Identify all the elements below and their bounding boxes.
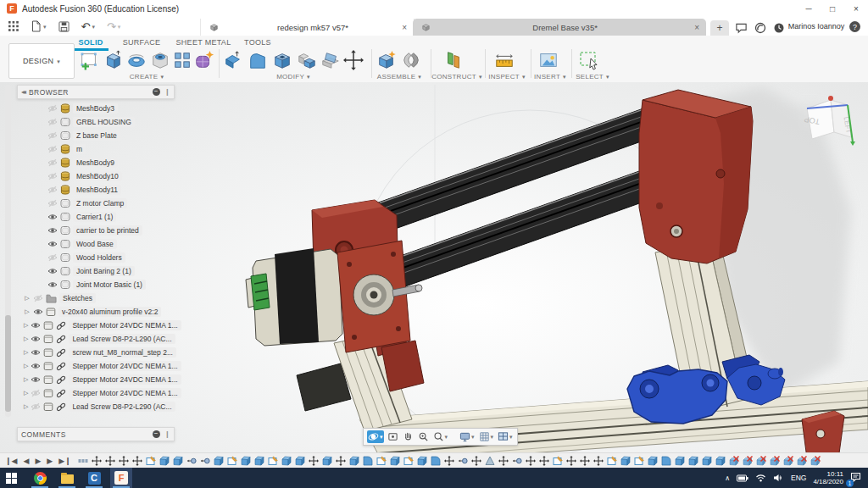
timeline-feature-move[interactable] [444,456,454,466]
timeline-feature-move[interactable] [539,456,549,466]
pan-icon[interactable] [402,430,415,443]
tab-surface[interactable]: SURFACE [117,36,166,48]
group-assemble[interactable]: ASSEMBLE▾ [371,73,427,80]
browser-item[interactable]: ▷Lead Screw D8-P2-L290 (AC... [17,332,175,346]
browser-item-label[interactable]: Carrier1 (1) [73,212,116,222]
group-modify[interactable]: MODIFY▾ [222,73,364,80]
file-menu-icon[interactable]: ▾ [31,20,47,32]
browser-item-label[interactable]: Z base Plate [73,130,120,141]
browser-item[interactable]: MeshBody3 [17,102,175,115]
group-select[interactable]: SELECT▾ [571,73,614,80]
timeline-go-start-icon[interactable]: ❙◀ [5,458,17,465]
timeline-feature-move[interactable] [105,456,115,466]
browser-item[interactable]: MeshBody10 [17,169,175,183]
browser-scrollbar-thumb[interactable] [5,315,11,412]
expand-triangle-icon[interactable]: ▷ [24,390,28,396]
tab-close-icon[interactable]: × [694,23,699,32]
timeline-feature-move[interactable] [92,456,102,466]
timeline-feature-move[interactable] [132,456,142,466]
timeline-feature-suppressed[interactable] [797,456,807,466]
browser-item-label[interactable]: Lead Screw D8-P2-L290 (AC... [69,402,175,412]
timeline-feature-sketch[interactable] [634,456,644,466]
visibility-off-icon[interactable] [47,172,58,180]
browser-item-label[interactable]: Joint Motor Basic (1) [73,280,146,290]
start-button[interactable] [0,468,22,488]
browser-item[interactable]: ▷Lead Screw D8-P2-L290 (AC... [17,400,175,413]
expand-triangle-icon[interactable]: ▷ [24,403,28,410]
timeline-feature-extrude[interactable] [702,456,712,466]
browser-item-label[interactable]: MeshBody10 [73,171,122,181]
timeline-feature-extrude[interactable] [159,456,170,466]
visibility-off-icon[interactable] [33,294,43,302]
timeline-feature-fillet[interactable] [363,456,373,466]
group-insert[interactable]: INSERT▾ [531,73,570,80]
visibility-on-icon[interactable] [33,308,43,316]
fit-icon[interactable]: ▾ [432,430,449,443]
expand-triangle-icon[interactable]: ▷ [24,363,28,369]
browser-item[interactable]: carrier to be printed [17,224,175,237]
browser-item-label[interactable]: Wood Base [73,239,117,249]
timeline-go-end-icon[interactable]: ▶❙ [58,458,70,465]
visibility-off-icon[interactable] [47,158,58,167]
browser-item-label[interactable]: Stepper Motor 24VDC NEMA 1... [69,388,181,398]
timeline-feature-extrude[interactable] [390,456,400,466]
battery-icon[interactable] [737,470,748,485]
top-rails[interactable] [359,99,680,299]
timeline-feature-extrude[interactable] [715,456,726,466]
browser-item[interactable]: Joint Baring 2 (1) [17,264,175,278]
browser-item-label[interactable]: MeshBody3 [73,103,118,114]
app-grid-menu-icon[interactable] [8,21,19,31]
browser-item[interactable]: ▷Sketches [17,291,175,305]
action-center-icon[interactable]: 1 [850,470,861,485]
timeline-feature-joint[interactable] [458,456,468,466]
help-icon[interactable]: ? [849,21,860,32]
maximize-button[interactable]: □ [821,0,844,17]
timeline-feature-sketch[interactable] [268,456,278,466]
browser-item-label[interactable]: Stepper Motor 24VDC NEMA 1... [69,320,181,330]
timeline-feature-extrude[interactable] [241,456,251,466]
fusion-taskbar-icon[interactable]: F [110,468,132,488]
timeline-feature-extrude[interactable] [214,456,224,466]
browser-panel-header[interactable]: ◂◂ BROWSER − ❙ [17,85,175,99]
extrude-icon[interactable] [102,49,124,71]
browser-item[interactable]: Wood Base [17,237,175,251]
timeline-feature-extrude[interactable] [295,456,305,466]
timeline-feature-sketch[interactable] [553,456,563,466]
timeline-feature-sketch[interactable] [146,456,156,466]
undo-icon[interactable]: ↶▾ [81,21,95,32]
timeline-feature-extrude[interactable] [688,456,698,466]
corner-bracket-right[interactable] [639,90,753,263]
close-button[interactable]: × [844,0,868,17]
group-inspect[interactable]: INSPECT▾ [485,73,529,80]
create-sketch-icon[interactable] [78,49,100,71]
wifi-icon[interactable] [755,470,766,485]
browser-item-label[interactable]: v-20x40 aluminum profile v2:2 [58,307,161,317]
timeline-feature-suppressed[interactable] [770,456,780,466]
timeline-feature-fillet[interactable] [661,456,671,466]
comments-panel-header[interactable]: COMMENTS − ❙ [17,427,175,441]
tray-expand-icon[interactable]: ∧ [725,474,730,482]
cura-taskbar-icon[interactable]: C [83,468,105,488]
browser-item-label[interactable]: Stepper Motor 24VDC NEMA 1... [69,374,181,385]
orbit-icon[interactable]: ▾ [367,430,384,443]
panel-options-icon[interactable]: − [153,88,160,96]
timeline-feature-joint[interactable] [512,456,522,466]
browser-item[interactable]: ▷screw nut_M8_normal_step 2... [17,346,175,359]
visibility-off-icon[interactable] [47,199,58,208]
clock[interactable]: 10:11 4/18/2020 [813,470,843,485]
browser-item[interactable]: Z motor Clamp [17,197,175,210]
press-pull-icon[interactable] [222,49,244,71]
visibility-off-icon[interactable] [47,118,58,126]
combine-icon[interactable] [296,49,318,71]
timeline-play-icon[interactable]: ▶ [35,458,41,465]
timeline-feature-sketch[interactable] [403,456,414,466]
browser-item-label[interactable]: Sketches [59,293,96,303]
browser-item[interactable]: GRBL HOUSING [17,115,175,129]
timeline-feature-group[interactable] [78,456,88,466]
timeline-feature-extrude[interactable] [322,456,332,466]
visibility-on-icon[interactable] [47,240,58,248]
timeline-step-forward-icon[interactable]: ▶ [47,458,53,465]
viewcube[interactable]: TOP LEFT [797,86,865,154]
timeline-feature-move[interactable] [471,456,481,466]
expand-triangle-icon[interactable]: ▷ [24,336,28,342]
